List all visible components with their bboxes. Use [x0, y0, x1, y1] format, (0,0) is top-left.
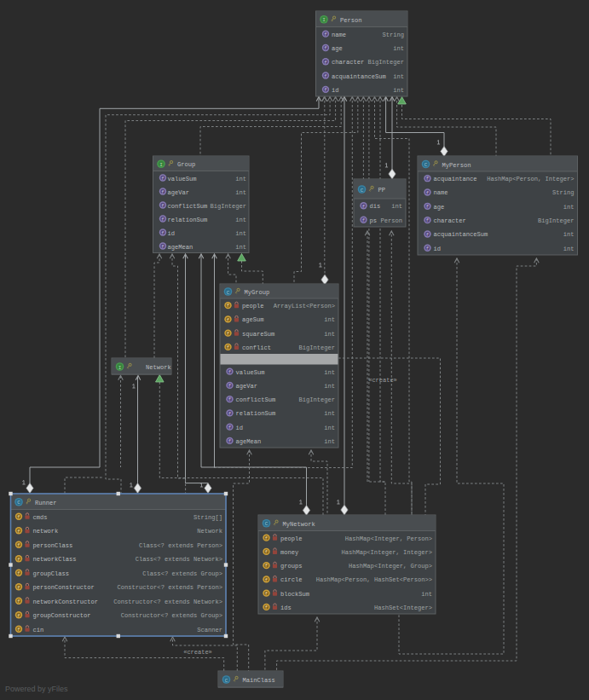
svg-text:age: age [434, 204, 445, 211]
svg-text:f: f [161, 217, 164, 223]
svg-text:f: f [362, 204, 365, 210]
svg-text:f: f [265, 577, 268, 583]
svg-text:f: f [228, 425, 231, 431]
svg-text:squareSum: squareSum [242, 331, 274, 338]
svg-text:valueSum: valueSum [236, 369, 265, 376]
svg-text:f: f [324, 73, 326, 79]
svg-text:cin: cin [33, 627, 44, 633]
svg-text:f: f [227, 331, 229, 337]
svg-text:Network: Network [197, 528, 222, 535]
svg-text:conflictSum: conflictSum [168, 203, 208, 210]
svg-text:int: int [393, 87, 404, 94]
svg-text:BigInteger: BigInteger [538, 217, 575, 224]
svg-text:Runner: Runner [35, 500, 57, 506]
svg-text:f: f [161, 189, 164, 195]
svg-text:f: f [324, 32, 326, 38]
svg-text:f: f [161, 203, 164, 209]
svg-text:cmds: cmds [33, 514, 48, 521]
svg-text:int: int [324, 369, 335, 376]
svg-text:dis: dis [370, 203, 381, 210]
svg-text:BigInteger: BigInteger [367, 59, 404, 66]
svg-text:HashSet<Integer>: HashSet<Integer> [374, 605, 432, 611]
svg-text:int: int [324, 410, 335, 417]
svg-text:conflict: conflict [242, 344, 271, 351]
svg-text:f: f [426, 246, 429, 252]
svg-text:ageMean: ageMean [236, 438, 262, 445]
svg-text:money: money [280, 549, 299, 556]
svg-text:groupClass: groupClass [33, 570, 70, 577]
svg-text:people: people [280, 535, 303, 542]
svg-text:acquaintanceSum: acquaintanceSum [332, 73, 386, 80]
svg-text:int: int [235, 217, 246, 223]
svg-text:int: int [324, 383, 335, 390]
svg-text:f: f [426, 204, 429, 210]
svg-text:name: name [434, 189, 448, 196]
svg-text:Network: Network [146, 364, 171, 371]
svg-text:f: f [228, 383, 231, 389]
svg-text:character: character [434, 217, 466, 224]
svg-text:f: f [227, 303, 229, 309]
svg-text:people: people [242, 303, 264, 310]
svg-text:f: f [324, 87, 326, 93]
svg-text:MyNetwork: MyNetwork [283, 521, 315, 528]
svg-text:f: f [324, 60, 326, 66]
svg-text:f: f [17, 627, 20, 633]
svg-text:f: f [17, 514, 20, 520]
svg-text:C: C [424, 162, 428, 168]
svg-text:ps: ps [370, 217, 378, 224]
svg-text:«create»: «create» [183, 649, 212, 656]
svg-text:int: int [391, 203, 402, 210]
svg-text:int: int [393, 45, 404, 52]
svg-text:int: int [563, 231, 575, 238]
svg-text:f: f [227, 317, 229, 323]
svg-text:int: int [563, 246, 575, 252]
svg-text:age: age [332, 45, 343, 52]
svg-text:networkClass: networkClass [33, 556, 77, 563]
svg-text:HashMap<Person, HashSet<Person: HashMap<Person, HashSet<Person>> [316, 576, 432, 583]
svg-text:blockSum: blockSum [280, 591, 309, 598]
svg-text:String: String [382, 32, 404, 38]
svg-text:MainClass: MainClass [243, 677, 275, 684]
svg-text:int: int [235, 230, 246, 237]
svg-text:f: f [265, 563, 268, 569]
svg-text:circle: circle [280, 576, 303, 583]
svg-text:f: f [265, 605, 268, 610]
svg-text:f: f [161, 244, 164, 250]
svg-text:f: f [17, 557, 20, 563]
svg-text:C: C [17, 500, 20, 506]
svg-text:MyPerson: MyPerson [442, 162, 471, 169]
svg-text:f: f [426, 190, 429, 196]
svg-text:C: C [227, 290, 230, 296]
svg-text:Class<? extends Group>: Class<? extends Group> [142, 570, 222, 577]
svg-text:f: f [265, 535, 268, 541]
svg-text:f: f [228, 369, 231, 375]
svg-text:HashMap<Integer, Group>: HashMap<Integer, Group> [349, 563, 432, 570]
svg-text:I: I [159, 162, 163, 168]
svg-text:Class<? extends Network>: Class<? extends Network> [136, 556, 222, 563]
svg-text:int: int [235, 176, 246, 182]
svg-text:BigInteger: BigInteger [298, 344, 335, 351]
svg-text:f: f [17, 570, 20, 576]
svg-text:groups: groups [280, 563, 303, 570]
svg-text:int: int [324, 425, 335, 431]
svg-text:PP: PP [378, 187, 386, 194]
svg-text:character: character [332, 59, 364, 66]
svg-text:f: f [426, 232, 429, 238]
svg-text:f: f [17, 585, 20, 591]
svg-text:Constructor<? extends Person>: Constructor<? extends Person> [118, 584, 222, 591]
svg-text:ageSum: ageSum [242, 316, 264, 323]
svg-text:Powered by yFiles: Powered by yFiles [5, 685, 68, 693]
svg-text:id: id [434, 246, 442, 252]
svg-text:personClass: personClass [33, 542, 73, 549]
svg-text:id: id [332, 87, 339, 94]
svg-text:f: f [228, 396, 231, 402]
svg-text:C: C [361, 188, 364, 194]
svg-text:acquaintance: acquaintance [434, 176, 477, 182]
svg-text:int: int [324, 438, 335, 445]
svg-text:f: f [17, 529, 20, 535]
svg-text:I: I [118, 365, 122, 371]
svg-text:C: C [225, 678, 228, 684]
svg-text:int: int [563, 204, 575, 211]
svg-text:int: int [421, 591, 432, 598]
svg-text:relationSum: relationSum [236, 410, 276, 417]
